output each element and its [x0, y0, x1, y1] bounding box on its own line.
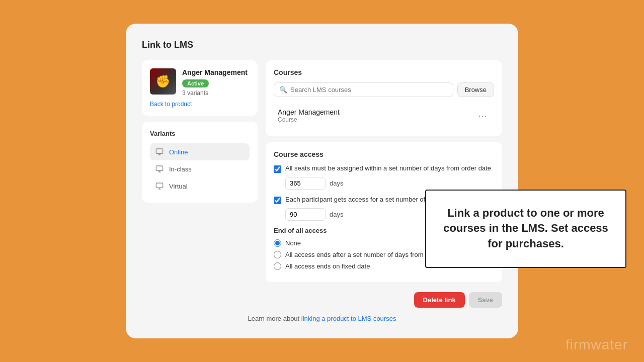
courses-card: Courses 🔍 Browse Anger Management Course… [266, 60, 502, 136]
svg-rect-6 [156, 183, 163, 188]
course-access-title: Course access [274, 150, 494, 158]
variants-card: Variants Online In-class [142, 122, 258, 203]
search-row: 🔍 Browse [274, 82, 494, 97]
course-options-button[interactable]: ⋯ [475, 109, 490, 122]
variant-icon-inclass [155, 164, 164, 173]
search-icon: 🔍 [279, 86, 287, 94]
course-entry: Anger Management Course ⋯ [274, 103, 494, 128]
seats-checkbox[interactable] [274, 165, 281, 173]
days-input-row-1: days [285, 177, 494, 190]
product-name: Anger Management [182, 68, 250, 76]
radio-none-label: None [285, 239, 301, 247]
product-header: ✊ Anger Management Active 3 variants [150, 68, 250, 97]
save-button[interactable]: Save [469, 292, 502, 308]
link-to-lms-modal: Link to LMS ✊ Anger Management Active 3 … [126, 24, 518, 338]
radio-fixed-date[interactable] [274, 262, 281, 270]
radio-none[interactable] [274, 239, 281, 247]
learn-more-link[interactable]: linking a product to LMS courses [301, 315, 396, 322]
firmwater-watermark: firmwater [566, 337, 628, 353]
learn-more-text: Learn more about linking a product to LM… [248, 315, 396, 322]
product-thumbnail-icon: ✊ [155, 74, 171, 88]
search-input[interactable] [290, 86, 448, 94]
course-entry-info: Anger Management Course [278, 108, 340, 123]
variant-item-virtual[interactable]: Virtual [150, 177, 250, 195]
svg-rect-0 [156, 149, 163, 153]
days-label-2: days [330, 211, 343, 218]
variant-icon-virtual [155, 182, 164, 191]
participant-access-checkbox[interactable] [274, 197, 281, 204]
courses-section-title: Courses [274, 68, 494, 76]
variant-label-online: Online [169, 148, 188, 156]
product-image: ✊ [150, 68, 176, 95]
seats-days-input[interactable] [285, 177, 326, 190]
modal-footer: Delete link Save Learn more about linkin… [142, 292, 502, 322]
variant-label-inclass: In-class [169, 165, 192, 173]
radio-fixed-date-label: All access ends on fixed date [285, 262, 370, 270]
product-card: ✊ Anger Management Active 3 variants Bac… [142, 60, 258, 116]
checkbox-row-1: All seats must be assigned within a set … [274, 164, 494, 173]
modal-title: Link to LMS [142, 40, 502, 50]
seats-checkbox-label: All seats must be assigned within a set … [285, 164, 491, 172]
product-info: Anger Management Active 3 variants [182, 68, 250, 97]
left-column: ✊ Anger Management Active 3 variants Bac… [142, 60, 258, 282]
variants-title: Variants [150, 130, 250, 137]
delete-link-button[interactable]: Delete link [414, 292, 465, 308]
info-box-text: Link a product to one or more courses in… [438, 206, 613, 252]
days-label-1: days [330, 179, 343, 187]
radio-days-from-order[interactable] [274, 251, 281, 258]
search-input-wrap: 🔍 [274, 82, 453, 97]
variants-count: 3 variants [182, 89, 250, 97]
variant-item-online[interactable]: Online [150, 143, 250, 160]
course-entry-type: Course [278, 116, 340, 123]
variant-icon-online [155, 147, 164, 156]
variant-item-inclass[interactable]: In-class [150, 160, 250, 177]
svg-rect-3 [156, 166, 163, 170]
back-to-product-link[interactable]: Back to product [150, 101, 250, 108]
footer-buttons: Delete link Save [142, 292, 502, 308]
participant-days-input[interactable] [285, 208, 326, 221]
browse-button[interactable]: Browse [457, 82, 494, 97]
status-badge: Active [182, 79, 209, 87]
variant-label-virtual: Virtual [169, 183, 188, 190]
course-entry-name: Anger Management [278, 108, 340, 116]
info-box: Link a product to one or more courses in… [425, 190, 626, 268]
product-image-inner: ✊ [150, 68, 176, 95]
